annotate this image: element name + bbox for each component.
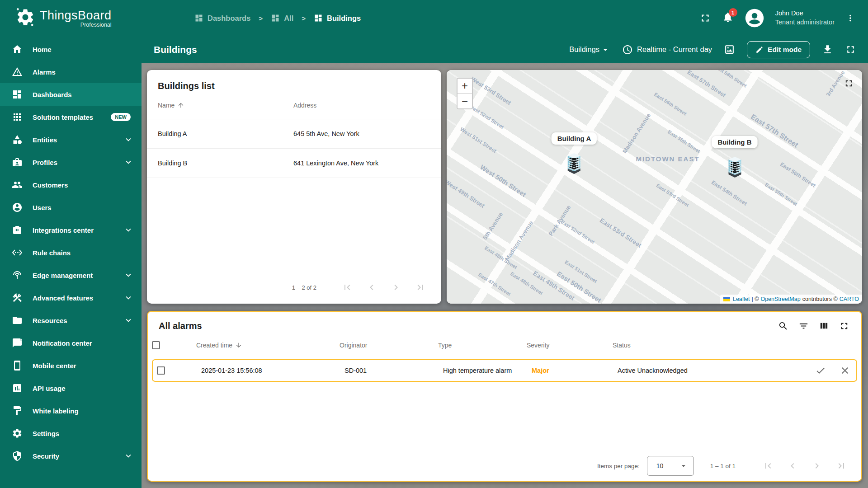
dashboard-toolbar-actions: Buildings Realtime - Current day Edit mo… [569, 41, 856, 58]
sidebar-item-label: Customers [33, 181, 133, 189]
sidebar-item-security[interactable]: Security [0, 445, 142, 467]
cell-originator: SD-001 [344, 367, 443, 374]
column-header-address[interactable]: Address [293, 102, 430, 109]
security-icon [12, 450, 23, 461]
entities-icon [12, 134, 23, 145]
cell-status: Active Unacknowledged [618, 367, 807, 374]
items-per-page-select[interactable]: 10 [647, 456, 694, 476]
next-page-button[interactable] [391, 282, 401, 293]
notifications-button[interactable]: 1 [722, 11, 734, 25]
sidebar-item-entities[interactable]: Entities [0, 128, 142, 151]
items-per-page-label: Items per page: [597, 463, 640, 469]
prev-page-button[interactable] [366, 282, 377, 293]
last-page-button[interactable] [836, 460, 847, 471]
prev-page-button[interactable] [787, 460, 798, 471]
table-row[interactable]: Building B641 Lexington Ave, New York [147, 149, 441, 178]
column-header-originator[interactable]: Originator [340, 342, 438, 349]
breadcrumb-item-buildings[interactable]: Buildings [314, 14, 361, 23]
edit-mode-button[interactable]: Edit mode [747, 41, 810, 58]
profiles-icon [12, 157, 23, 168]
marker-label: Building B [712, 136, 758, 148]
select-all-checkbox[interactable] [152, 341, 160, 349]
sidebar-item-edge-management[interactable]: Edge management [0, 264, 142, 286]
dashboard-state-select[interactable]: Buildings [569, 45, 610, 55]
notification-count-badge: 1 [729, 8, 737, 17]
sidebar-item-api-usage[interactable]: API usage [0, 377, 142, 399]
sidebar-item-rule-chains[interactable]: Rule chains [0, 241, 142, 264]
sidebar-item-advanced-features[interactable]: Advanced features [0, 286, 142, 309]
column-header-name[interactable]: Name [158, 102, 293, 109]
sidebar-item-white-labeling[interactable]: White labeling [0, 399, 142, 422]
sidebar-item-solution-templates[interactable]: Solution templatesNEW [0, 106, 142, 128]
chevron-down-icon [600, 45, 610, 55]
breadcrumb-label: Dashboards [208, 14, 250, 23]
column-header-status[interactable]: Status [613, 342, 812, 349]
search-icon [778, 321, 788, 331]
user-menu[interactable]: John Doe Tenant administrator [775, 9, 835, 27]
carto-link[interactable]: CARTO [840, 296, 859, 302]
cell-address: 645 5th Ave, New York [293, 130, 430, 137]
sidebar-item-settings[interactable]: Settings [0, 422, 142, 445]
export-dashboard-button[interactable] [822, 44, 833, 55]
next-page-button[interactable] [811, 460, 822, 471]
map-fullscreen-button[interactable] [844, 78, 854, 89]
alarm-row[interactable]: 2025-01-23 15:56:08SD-001High temperatur… [152, 359, 857, 382]
sidebar-item-alarms[interactable]: Alarms [0, 61, 142, 83]
clear-alarm-button[interactable] [834, 365, 856, 376]
logo-text: ThingsBoard Professional [40, 9, 112, 28]
breadcrumb-item-all[interactable]: All [271, 14, 293, 23]
settings-icon [12, 428, 23, 439]
edge-management-icon [12, 270, 23, 281]
dashboard-canvas: Buildings list Name Address Building A64… [142, 63, 868, 488]
sidebar-item-customers[interactable]: Customers [0, 174, 142, 196]
chevron-down-icon [123, 293, 133, 303]
acknowledge-alarm-button[interactable] [807, 365, 834, 376]
column-header-severity[interactable]: Severity [527, 342, 613, 349]
kebab-menu-button[interactable] [845, 13, 855, 23]
timewindow-value: Realtime - Current day [637, 45, 712, 54]
user-name: John Doe [775, 9, 835, 18]
sidebar-item-integrations-center[interactable]: Integrations center [0, 219, 142, 241]
mobile-center-icon [12, 360, 23, 371]
leaflet-link[interactable]: Leaflet [733, 296, 750, 302]
row-checkbox[interactable] [157, 366, 165, 375]
filter-button[interactable] [798, 321, 809, 331]
user-avatar[interactable] [745, 8, 764, 28]
zoom-out-button[interactable]: − [458, 94, 472, 108]
dashboard-fullscreen-button[interactable] [845, 44, 856, 55]
logo[interactable]: ThingsBoard Professional [0, 0, 142, 36]
alarms-paginator: Items per page: 10 1 – 1 of 1 [148, 451, 861, 481]
last-page-button[interactable] [415, 282, 426, 293]
buildings-list-widget: Buildings list Name Address Building A64… [147, 70, 441, 304]
dashboards-icon [12, 89, 23, 100]
map-canvas[interactable]: West 53rd StreetWest 52nd StreetWest 51s… [447, 70, 862, 304]
first-page-button[interactable] [342, 282, 353, 293]
widget-fullscreen-button[interactable] [839, 321, 849, 331]
sidebar-item-label: Profiles [33, 159, 113, 166]
sidebar-item-label: API usage [33, 385, 133, 392]
column-header-created-time[interactable]: Created time [196, 342, 340, 349]
sidebar-item-dashboards[interactable]: Dashboards [0, 83, 142, 106]
widget-title: All alarms [159, 321, 202, 331]
sidebar-item-users[interactable]: Users [0, 196, 142, 219]
columns-button[interactable] [819, 321, 829, 331]
sidebar-item-mobile-center[interactable]: Mobile center [0, 354, 142, 377]
map-marker-building-a[interactable]: Building A [552, 132, 597, 175]
sidebar-item-resources[interactable]: Resources [0, 309, 142, 332]
breadcrumb-item-dashboards[interactable]: Dashboards [194, 14, 250, 23]
openstreetmap-link[interactable]: OpenStreetMap [760, 296, 800, 302]
sidebar-item-home[interactable]: Home [0, 38, 142, 61]
search-button[interactable] [778, 321, 788, 331]
dashboards-icon [314, 14, 323, 23]
map-marker-building-b[interactable]: Building B [712, 136, 758, 179]
zoom-in-button[interactable]: + [458, 79, 472, 94]
sidebar-item-profiles[interactable]: Profiles [0, 151, 142, 174]
sidebar-item-label: Settings [33, 430, 133, 437]
table-row[interactable]: Building A645 5th Ave, New York [147, 119, 441, 149]
sidebar-item-notification-center[interactable]: Notification center [0, 332, 142, 354]
column-header-type[interactable]: Type [438, 342, 527, 349]
background-image-button[interactable] [724, 44, 735, 55]
first-page-button[interactable] [763, 460, 774, 471]
timewindow-button[interactable]: Realtime - Current day [622, 44, 712, 55]
fullscreen-button[interactable] [699, 12, 711, 24]
